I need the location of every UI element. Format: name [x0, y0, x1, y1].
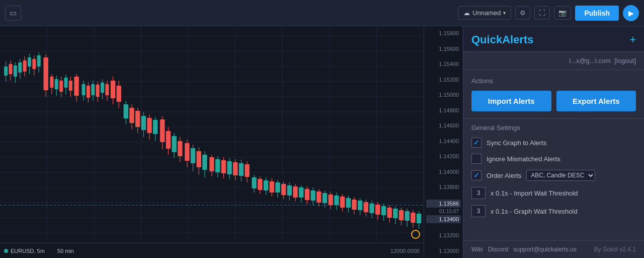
chart-circle-indicator[interactable] [411, 230, 420, 239]
play-button[interactable]: ▶ [623, 5, 639, 21]
chart-area[interactable]: 1.15800 1.15600 1.15400 1.15200 1.15000 … [0, 26, 463, 258]
svg-rect-152 [369, 204, 374, 213]
actions-section: Actions Import Alerts Export Alerts [463, 70, 644, 118]
svg-rect-146 [352, 200, 356, 210]
svg-rect-64 [105, 84, 109, 95]
chart-name-label: Unnamed [472, 9, 501, 17]
fullscreen-button[interactable]: ⛶ [534, 6, 550, 20]
export-alerts-button[interactable]: Export Alerts [556, 91, 636, 111]
svg-rect-92 [191, 148, 195, 163]
svg-rect-26 [9, 64, 13, 74]
svg-rect-80 [153, 120, 157, 134]
publish-button[interactable]: Publish [575, 6, 619, 21]
svg-rect-94 [197, 151, 201, 167]
panel-add-button[interactable]: + [629, 33, 636, 46]
svg-rect-62 [101, 83, 104, 93]
right-panel: QuickAlerts + l...x@g...l.com [logout] A… [463, 26, 644, 258]
chart-name-selector[interactable]: ☁ Unnamed ▾ [458, 6, 511, 20]
svg-rect-24 [4, 67, 8, 76]
svg-rect-150 [364, 202, 368, 212]
interval-label: 50 min [57, 248, 74, 254]
order-dropdown[interactable]: ABC, Candle DESC [526, 170, 595, 181]
chart-bottom-bar: EURUSD, 5m 50 min 12000.0000 [0, 243, 424, 258]
svg-rect-156 [381, 206, 386, 215]
camera-button[interactable]: 📷 [554, 6, 571, 20]
order-alerts-row: ✓ Order Alerts ABC, Candle DESC [471, 170, 636, 181]
svg-rect-160 [393, 209, 397, 218]
svg-rect-60 [96, 85, 100, 97]
toolbar: ▭ ☁ Unnamed ▾ ⚙ ⛶ 📷 Publish ▶ [0, 0, 644, 26]
svg-rect-32 [23, 60, 27, 72]
version-label: By Sokol v2.4.1 [594, 246, 636, 253]
ignore-mismatched-row: Ignore Mismatched Alerts [471, 154, 636, 164]
gear-icon: ⚙ [520, 9, 526, 17]
svg-rect-90 [185, 143, 189, 161]
svg-rect-118 [270, 181, 274, 192]
sync-graph-row: ✓ Sync Graph to Alerts [471, 138, 636, 148]
actions-title: Actions [471, 77, 636, 85]
order-alerts-checkbox[interactable]: ✓ [471, 170, 481, 180]
svg-rect-114 [258, 179, 262, 190]
sync-graph-checkbox[interactable]: ✓ [471, 138, 481, 148]
svg-rect-96 [202, 155, 207, 170]
svg-rect-34 [28, 57, 31, 67]
svg-rect-154 [375, 205, 380, 215]
svg-rect-78 [147, 118, 151, 133]
svg-rect-142 [340, 197, 345, 208]
price-15400: 1.15400 [426, 61, 461, 67]
logout-link[interactable]: [logout] [614, 57, 636, 64]
svg-rect-104 [227, 161, 231, 174]
svg-rect-144 [346, 198, 351, 208]
price-14800: 1.14800 [426, 107, 461, 113]
price-15000: 1.15000 [426, 92, 461, 98]
rectangle-tool-button[interactable]: ▭ [5, 6, 21, 21]
svg-rect-50 [69, 81, 72, 91]
price-13200: 1.13200 [426, 232, 461, 238]
sync-graph-label: Sync Graph to Alerts [487, 139, 546, 147]
settings-title: General Settings [471, 124, 636, 132]
svg-rect-136 [323, 193, 327, 203]
graph-threshold-input[interactable]: 3 [471, 205, 486, 217]
symbol-label: EURUSD, 5m [11, 248, 45, 254]
svg-rect-48 [64, 78, 67, 88]
svg-rect-98 [209, 157, 214, 171]
svg-rect-128 [299, 187, 303, 198]
price-13800: 1.13800 [426, 184, 461, 190]
svg-rect-28 [14, 66, 17, 77]
svg-rect-134 [316, 191, 321, 203]
svg-rect-132 [310, 190, 315, 201]
chart-canvas [0, 26, 424, 243]
fullscreen-icon: ⛶ [539, 9, 545, 17]
symbol-badge: EURUSD, 5m 50 min [4, 248, 74, 254]
current-price2-label: 1.13400 [426, 215, 461, 223]
panel-header: QuickAlerts + [463, 26, 644, 52]
settings-section: General Settings ✓ Sync Graph to Alerts … [463, 118, 644, 228]
svg-rect-52 [74, 77, 78, 96]
panel-footer: Wiki Discord support@quickalerts.us By S… [463, 240, 644, 258]
svg-rect-122 [281, 184, 286, 195]
discord-link[interactable]: Discord [488, 246, 509, 253]
svg-rect-140 [334, 196, 339, 205]
svg-rect-30 [18, 62, 22, 73]
import-alerts-button[interactable]: Import Alerts [471, 91, 551, 111]
svg-rect-158 [387, 208, 391, 218]
import-threshold-input[interactable]: 3 [471, 187, 486, 199]
svg-rect-54 [82, 84, 86, 95]
price-axis: 1.15800 1.15600 1.15400 1.15200 1.15000 … [424, 26, 463, 258]
ignore-mismatched-label: Ignore Mismatched Alerts [487, 155, 560, 163]
svg-rect-110 [245, 164, 249, 177]
svg-rect-130 [305, 189, 309, 200]
current-time-label: 01:15:07 [426, 209, 461, 214]
wiki-link[interactable]: Wiki [471, 246, 483, 253]
svg-rect-82 [160, 119, 165, 142]
svg-rect-58 [91, 84, 95, 95]
settings-button[interactable]: ⚙ [515, 6, 530, 20]
graph-threshold-row: 3 x 0.1s - Graph Wait Threshold [471, 205, 636, 217]
ignore-mismatched-checkbox[interactable] [471, 154, 481, 164]
svg-rect-38 [37, 55, 41, 67]
price-15800: 1.15800 [426, 30, 461, 36]
support-link[interactable]: support@quickalerts.us [513, 246, 577, 253]
svg-rect-120 [275, 182, 280, 192]
symbol-dot [4, 249, 8, 253]
bottom-price: 12000.0000 [390, 248, 420, 254]
